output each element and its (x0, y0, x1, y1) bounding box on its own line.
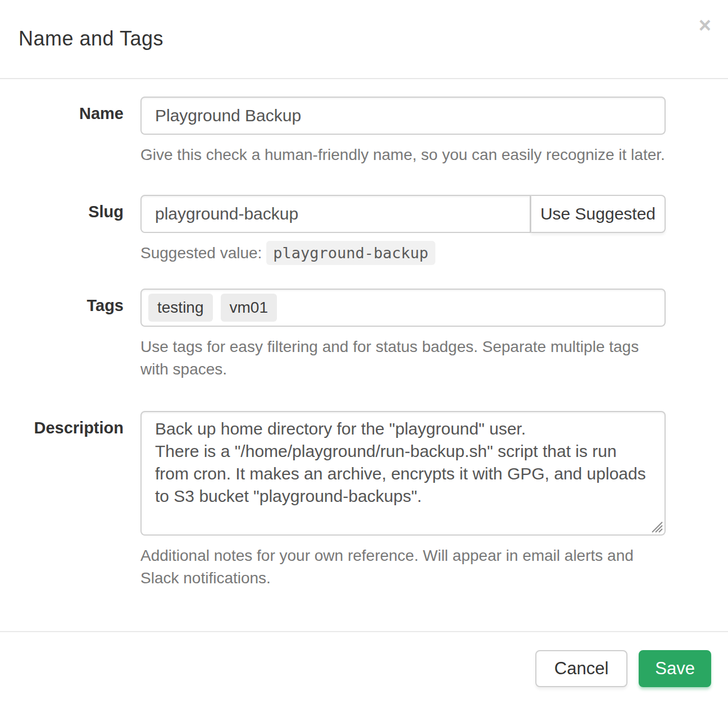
tag-chip-testing: testing (148, 294, 213, 322)
tag-chip-vm01: vm01 (221, 294, 277, 322)
modal-footer: Cancel Save (0, 631, 728, 704)
slug-row: Slug Use Suggested Suggested value: play… (0, 195, 728, 264)
slug-input-group: Use Suggested (140, 195, 666, 233)
name-label: Name (0, 97, 140, 166)
modal-body: Name Give this check a human-friendly na… (0, 79, 728, 589)
modal-header: Name and Tags × (0, 0, 728, 79)
slug-label: Slug (0, 195, 140, 264)
use-suggested-button[interactable]: Use Suggested (531, 195, 666, 233)
description-row: Description Back up home directory for t… (0, 411, 728, 589)
description-help: Additional notes for your own reference.… (140, 545, 646, 589)
description-textarea[interactable]: Back up home directory for the "playgrou… (140, 411, 666, 536)
description-label: Description (0, 411, 140, 589)
slug-input[interactable] (140, 195, 531, 233)
slug-help: Suggested value: playground-backup (140, 242, 666, 264)
suggested-value-code: playground-backup (266, 241, 435, 265)
suggested-value-prefix: Suggested value: (140, 244, 262, 262)
tags-help: Use tags for easy filtering and for stat… (140, 336, 646, 381)
modal-title: Name and Tags (19, 27, 709, 51)
name-and-tags-modal: Name and Tags × Name Give this check a h… (0, 0, 728, 704)
tags-row: Tags testing vm01 Use tags for easy filt… (0, 289, 728, 381)
close-icon[interactable]: × (699, 15, 711, 36)
cancel-button[interactable]: Cancel (535, 650, 628, 687)
tags-input[interactable]: testing vm01 (140, 289, 666, 327)
tags-label: Tags (0, 289, 140, 381)
save-button[interactable]: Save (639, 650, 711, 687)
name-help: Give this check a human-friendly name, s… (140, 144, 666, 166)
name-row: Name Give this check a human-friendly na… (0, 97, 728, 166)
name-input[interactable] (140, 97, 666, 135)
